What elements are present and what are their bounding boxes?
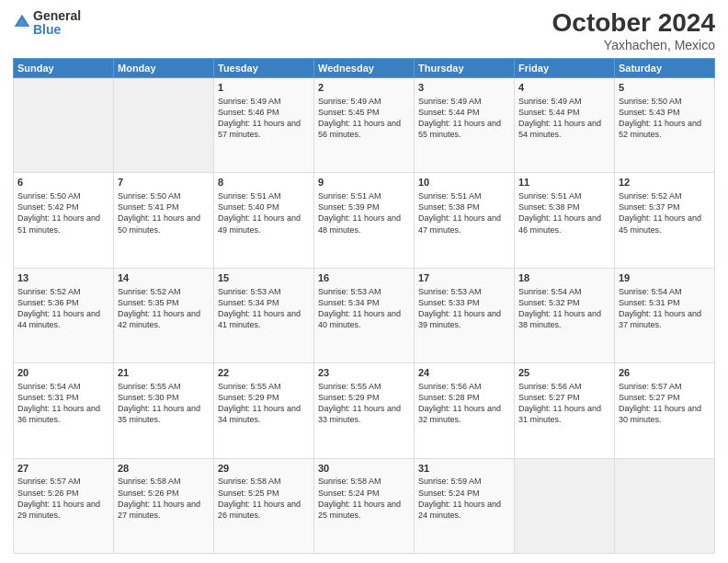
day-number: 12 — [619, 176, 711, 190]
day-sunset: Sunset: 5:42 PM — [17, 201, 109, 213]
calendar-cell: 18 Sunrise: 5:54 AM Sunset: 5:32 PM Dayl… — [515, 268, 615, 362]
logo-icon — [13, 13, 31, 31]
day-sunset: Sunset: 5:31 PM — [619, 297, 711, 308]
calendar-cell — [14, 77, 114, 172]
calendar-cell: 25 Sunrise: 5:56 AM Sunset: 5:27 PM Dayl… — [515, 363, 615, 458]
calendar-cell — [515, 458, 615, 553]
calendar-cell — [114, 77, 214, 172]
day-number: 26 — [619, 366, 711, 380]
calendar-cell: 1 Sunrise: 5:49 AM Sunset: 5:46 PM Dayli… — [214, 77, 314, 172]
calendar-cell: 14 Sunrise: 5:52 AM Sunset: 5:35 PM Dayl… — [114, 268, 214, 362]
day-number: 23 — [318, 366, 410, 380]
calendar-cell: 16 Sunrise: 5:53 AM Sunset: 5:34 PM Dayl… — [314, 268, 415, 362]
day-daylight: Daylight: 11 hours and 47 minutes. — [418, 213, 510, 235]
day-daylight: Daylight: 11 hours and 52 minutes. — [619, 118, 711, 140]
day-sunrise: Sunrise: 5:51 AM — [418, 190, 510, 201]
day-sunrise: Sunrise: 5:49 AM — [218, 96, 310, 107]
day-sunrise: Sunrise: 5:53 AM — [418, 286, 510, 297]
day-daylight: Daylight: 11 hours and 57 minutes. — [218, 118, 310, 140]
day-daylight: Daylight: 11 hours and 40 minutes. — [318, 308, 410, 330]
calendar-page: General Blue October 2024 Yaxhachen, Mex… — [0, 0, 728, 563]
day-number: 4 — [518, 81, 610, 95]
day-sunrise: Sunrise: 5:55 AM — [318, 381, 410, 392]
month-title: October 2024 — [552, 9, 715, 38]
day-sunrise: Sunrise: 5:58 AM — [118, 476, 210, 487]
day-sunset: Sunset: 5:35 PM — [118, 297, 210, 308]
day-sunrise: Sunrise: 5:58 AM — [318, 476, 410, 487]
day-daylight: Daylight: 11 hours and 50 minutes. — [118, 213, 210, 235]
day-sunrise: Sunrise: 5:52 AM — [619, 190, 711, 201]
calendar-cell: 2 Sunrise: 5:49 AM Sunset: 5:45 PM Dayli… — [314, 77, 415, 172]
day-daylight: Daylight: 11 hours and 25 minutes. — [318, 499, 410, 521]
day-sunset: Sunset: 5:26 PM — [118, 488, 210, 499]
day-sunset: Sunset: 5:29 PM — [318, 392, 410, 403]
day-daylight: Daylight: 11 hours and 39 minutes. — [418, 308, 510, 330]
calendar-cell: 15 Sunrise: 5:53 AM Sunset: 5:34 PM Dayl… — [214, 268, 314, 362]
day-number: 8 — [218, 176, 310, 190]
calendar-cell: 22 Sunrise: 5:55 AM Sunset: 5:29 PM Dayl… — [214, 363, 314, 458]
day-sunset: Sunset: 5:28 PM — [418, 392, 510, 403]
day-sunrise: Sunrise: 5:57 AM — [619, 381, 711, 392]
day-sunrise: Sunrise: 5:54 AM — [619, 286, 711, 297]
day-number: 31 — [418, 462, 510, 476]
col-thursday: Thursday — [415, 58, 515, 77]
day-number: 1 — [218, 81, 310, 95]
day-number: 20 — [17, 366, 109, 380]
day-sunrise: Sunrise: 5:51 AM — [218, 190, 310, 201]
calendar-cell: 30 Sunrise: 5:58 AM Sunset: 5:24 PM Dayl… — [314, 458, 415, 553]
calendar-week-2: 6 Sunrise: 5:50 AM Sunset: 5:42 PM Dayli… — [14, 173, 715, 268]
day-sunrise: Sunrise: 5:55 AM — [118, 381, 210, 392]
calendar-cell: 6 Sunrise: 5:50 AM Sunset: 5:42 PM Dayli… — [14, 173, 114, 268]
day-sunrise: Sunrise: 5:58 AM — [218, 476, 310, 487]
day-sunrise: Sunrise: 5:50 AM — [118, 190, 210, 201]
day-sunrise: Sunrise: 5:53 AM — [218, 286, 310, 297]
day-number: 3 — [418, 81, 510, 95]
day-sunset: Sunset: 5:26 PM — [17, 488, 109, 499]
calendar-cell: 27 Sunrise: 5:57 AM Sunset: 5:26 PM Dayl… — [14, 458, 114, 553]
day-daylight: Daylight: 11 hours and 51 minutes. — [17, 213, 109, 235]
calendar-week-1: 1 Sunrise: 5:49 AM Sunset: 5:46 PM Dayli… — [14, 77, 715, 172]
col-tuesday: Tuesday — [214, 58, 314, 77]
day-daylight: Daylight: 11 hours and 31 minutes. — [518, 403, 610, 425]
day-number: 14 — [118, 271, 210, 285]
day-daylight: Daylight: 11 hours and 33 minutes. — [318, 403, 410, 425]
day-number: 19 — [619, 271, 711, 285]
day-sunset: Sunset: 5:43 PM — [619, 107, 711, 118]
day-sunrise: Sunrise: 5:49 AM — [518, 96, 610, 107]
calendar-cell: 21 Sunrise: 5:55 AM Sunset: 5:30 PM Dayl… — [114, 363, 214, 458]
calendar-cell: 28 Sunrise: 5:58 AM Sunset: 5:26 PM Dayl… — [114, 458, 214, 553]
day-number: 2 — [318, 81, 410, 95]
location: Yaxhachen, Mexico — [552, 38, 715, 52]
day-sunrise: Sunrise: 5:56 AM — [418, 381, 510, 392]
day-sunset: Sunset: 5:31 PM — [17, 392, 109, 403]
day-sunrise: Sunrise: 5:50 AM — [619, 96, 711, 107]
day-daylight: Daylight: 11 hours and 49 minutes. — [218, 213, 310, 235]
day-daylight: Daylight: 11 hours and 38 minutes. — [518, 308, 610, 330]
day-sunrise: Sunrise: 5:53 AM — [318, 286, 410, 297]
day-sunset: Sunset: 5:24 PM — [318, 488, 410, 499]
day-sunset: Sunset: 5:41 PM — [118, 201, 210, 213]
day-daylight: Daylight: 11 hours and 55 minutes. — [418, 118, 510, 140]
calendar-week-4: 20 Sunrise: 5:54 AM Sunset: 5:31 PM Dayl… — [14, 363, 715, 458]
day-number: 27 — [17, 462, 109, 476]
calendar-cell: 4 Sunrise: 5:49 AM Sunset: 5:44 PM Dayli… — [515, 77, 615, 172]
day-number: 7 — [118, 176, 210, 190]
day-sunrise: Sunrise: 5:55 AM — [218, 381, 310, 392]
calendar-cell: 29 Sunrise: 5:58 AM Sunset: 5:25 PM Dayl… — [214, 458, 314, 553]
day-sunset: Sunset: 5:33 PM — [418, 297, 510, 308]
day-daylight: Daylight: 11 hours and 34 minutes. — [218, 403, 310, 425]
day-number: 5 — [619, 81, 711, 95]
day-daylight: Daylight: 11 hours and 56 minutes. — [318, 118, 410, 140]
header-row: Sunday Monday Tuesday Wednesday Thursday… — [14, 58, 715, 77]
day-number: 22 — [218, 366, 310, 380]
day-number: 21 — [118, 366, 210, 380]
day-number: 9 — [318, 176, 410, 190]
day-number: 6 — [17, 176, 109, 190]
calendar-cell: 10 Sunrise: 5:51 AM Sunset: 5:38 PM Dayl… — [415, 173, 515, 268]
day-sunset: Sunset: 5:44 PM — [418, 107, 510, 118]
day-daylight: Daylight: 11 hours and 24 minutes. — [418, 499, 510, 521]
day-number: 29 — [218, 462, 310, 476]
col-saturday: Saturday — [615, 58, 715, 77]
day-sunset: Sunset: 5:30 PM — [118, 392, 210, 403]
day-daylight: Daylight: 11 hours and 44 minutes. — [17, 308, 109, 330]
